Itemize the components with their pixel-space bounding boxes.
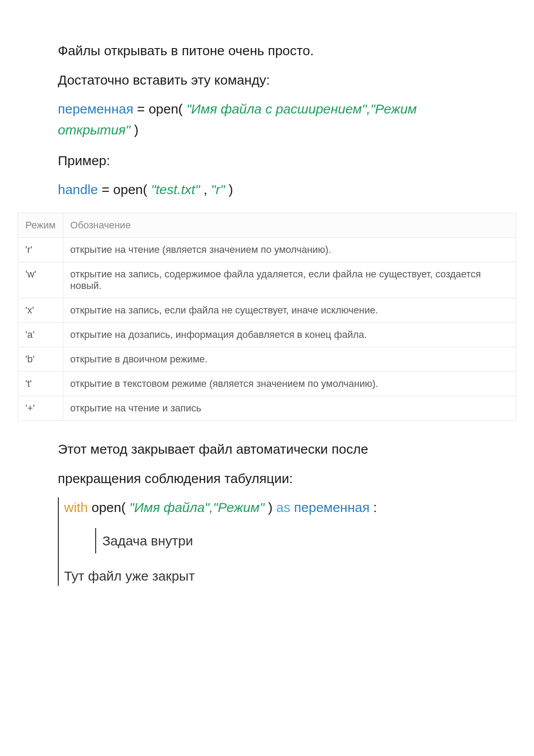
table-header-row: Режим Обозначение: [18, 213, 516, 237]
code-string-token: "r": [211, 182, 225, 197]
table-row: '+'открытие на чтение и запись: [18, 396, 516, 420]
code-variable-token: переменная: [58, 102, 134, 116]
table-row: 'a'открытие на дозапись, информация доба…: [18, 322, 516, 347]
with-keyword: with: [64, 500, 88, 515]
with-explain-line-2: прекращения соблюдения табуляции:: [58, 468, 490, 489]
code-open-generic: переменная = open( "Имя файла с расширен…: [58, 99, 476, 140]
table-row: 'b'открытие в двоичном режиме.: [18, 347, 516, 371]
file-mode-table: Режим Обозначение 'r'открытие на чтение …: [18, 213, 516, 421]
code-plain-token: ): [134, 122, 138, 137]
mode-cell: '+': [18, 396, 63, 420]
code-variable-token: handle: [58, 182, 98, 197]
code-plain-token: ): [229, 182, 233, 197]
with-explain-paragraph: Этот метод закрывает файл автоматически …: [58, 439, 490, 489]
intro-line-1: Файлы открывать в питоне очень просто.: [58, 40, 490, 61]
code-plain-token: ): [268, 500, 276, 515]
with-after-line: Тут файл уже закрыт: [64, 566, 516, 586]
code-string-token: "test.txt": [151, 182, 200, 197]
mode-cell: 't': [18, 371, 63, 396]
code-plain-token: :: [373, 500, 377, 515]
example-label-text: Пример:: [58, 150, 490, 171]
desc-cell: открытие на дозапись, информация добавля…: [63, 322, 516, 347]
mode-cell: 'b': [18, 347, 63, 371]
desc-cell: открытие на запись, содержимое файла уда…: [63, 262, 516, 298]
desc-cell: открытие на чтение (является значением п…: [63, 237, 516, 262]
desc-cell: открытие в двоичном режиме.: [63, 347, 516, 371]
code-plain-token: = open(: [101, 182, 147, 197]
mode-cell: 'x': [18, 298, 63, 322]
with-header-line: with open( "Имя файла","Режим" ) as пере…: [64, 497, 516, 517]
table-row: 'w'открытие на запись, содержимое файла …: [18, 262, 516, 298]
with-inner-body: Задача внутри: [95, 528, 516, 553]
table-row: 'x'открытие на запись, если файла не сущ…: [18, 298, 516, 322]
code-plain-token: ,: [203, 182, 211, 197]
with-explain-line-1: Этот метод закрывает файл автоматически …: [58, 439, 490, 460]
mode-table-body: 'r'открытие на чтение (является значение…: [18, 237, 516, 420]
code-plain-token: = open(: [137, 102, 183, 116]
mode-cell: 'a': [18, 322, 63, 347]
with-code-block: with open( "Имя файла","Режим" ) as пере…: [58, 497, 516, 586]
mode-cell: 'r': [18, 237, 63, 262]
code-plain-token: open(: [92, 500, 126, 515]
table-header-desc: Обозначение: [63, 213, 516, 237]
mode-cell: 'w': [18, 262, 63, 298]
code-string-token: "Имя файла","Режим": [129, 500, 264, 515]
table-header-mode: Режим: [18, 213, 63, 237]
desc-cell: открытие на запись, если файла не сущест…: [63, 298, 516, 322]
as-keyword: as: [276, 500, 291, 515]
code-variable-token: переменная: [294, 500, 370, 515]
intro-paragraph: Файлы открывать в питоне очень просто. Д…: [58, 40, 490, 91]
table-row: 'r'открытие на чтение (является значение…: [18, 237, 516, 262]
example-label: Пример:: [58, 150, 490, 171]
intro-line-2: Достаточно вставить эту команду:: [58, 69, 490, 91]
document-page: Файлы открывать в питоне очень просто. Д…: [0, 0, 534, 604]
table-row: 't'открытие в текстовом режиме (является…: [18, 371, 516, 396]
desc-cell: открытие в текстовом режиме (является зн…: [63, 371, 516, 396]
desc-cell: открытие на чтение и запись: [63, 396, 516, 420]
code-open-example: handle = open( "test.txt" , "r" ): [58, 179, 476, 200]
